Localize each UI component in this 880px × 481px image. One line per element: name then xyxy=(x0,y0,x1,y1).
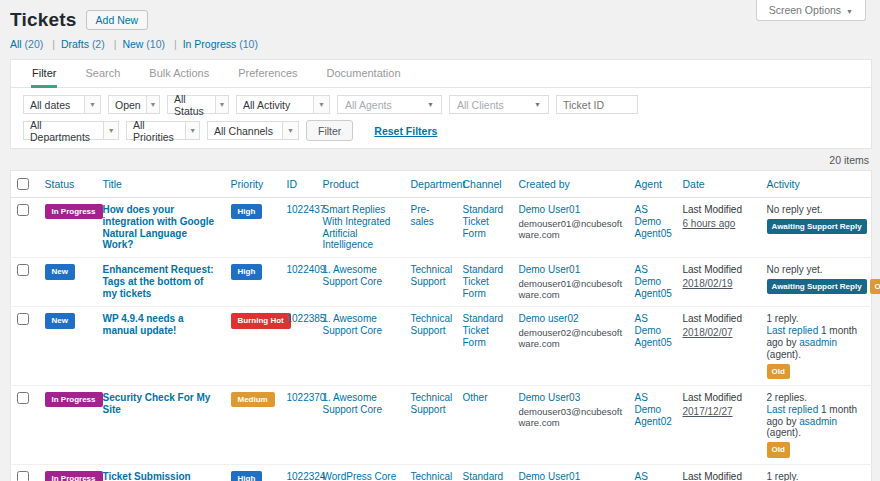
chevron-down-icon: ▼ xyxy=(313,96,329,113)
department-link[interactable]: Pre-sales xyxy=(411,204,434,227)
ticket-id-link[interactable]: 1022370 xyxy=(287,392,326,403)
department-link[interactable]: Technical Support xyxy=(411,264,453,287)
department-link[interactable]: Technical Support xyxy=(411,471,453,481)
activity-summary: No reply yet. xyxy=(767,204,866,216)
date-value-link[interactable]: 2017/12/27 xyxy=(683,406,733,418)
status-badge: In Progress xyxy=(45,392,103,407)
view-in-progress-link[interactable]: In Progress (10) xyxy=(183,38,258,50)
tab-search[interactable]: Search xyxy=(84,60,121,87)
agent-link[interactable]: AS Demo Agent05 xyxy=(635,204,672,239)
add-new-button[interactable]: Add New xyxy=(86,10,149,30)
row-checkbox[interactable] xyxy=(17,264,29,276)
product-link[interactable]: 1. Awesome Support Core xyxy=(323,392,382,415)
agent-link[interactable]: AS Demo Agent05 xyxy=(635,264,672,299)
tab-documentation[interactable]: Documentation xyxy=(326,60,402,87)
channel-link[interactable]: Standard Ticket Form xyxy=(463,264,504,299)
tab-bulk-actions[interactable]: Bulk Actions xyxy=(148,60,210,87)
screen-options-button[interactable]: Screen Options▼ xyxy=(756,0,866,21)
last-replied-link[interactable]: Last replied xyxy=(767,404,819,415)
ticket-id-link[interactable]: 1022437 xyxy=(287,204,326,215)
department-link[interactable]: Technical Support xyxy=(411,313,453,336)
departments-select[interactable]: All Departments▼ xyxy=(23,121,119,140)
agents-select[interactable]: All Agents▼ xyxy=(337,95,442,114)
ticket-id-link[interactable]: 1022324 xyxy=(287,471,326,481)
activity-summary: No reply yet. xyxy=(767,264,866,276)
chevron-down-icon: ▼ xyxy=(534,101,541,108)
created-by-link[interactable]: Demo User01 xyxy=(519,204,581,215)
clients-select[interactable]: All Clients▼ xyxy=(449,95,549,114)
header-created-by[interactable]: Created by xyxy=(519,178,570,190)
row-checkbox[interactable] xyxy=(17,392,29,404)
view-drafts-link[interactable]: Drafts (2) xyxy=(61,38,105,50)
priorities-select[interactable]: All Priorities▼ xyxy=(126,121,200,140)
product-link[interactable]: Smart Replies With Integrated Artificial… xyxy=(323,204,391,250)
old-badge: Old xyxy=(870,279,880,294)
department-link[interactable]: Technical Support xyxy=(411,392,453,415)
created-by-email: demouser03@ncubesoftware.com xyxy=(519,406,623,428)
row-checkbox[interactable] xyxy=(17,313,29,325)
date-value-link[interactable]: 6 hours ago xyxy=(683,218,736,230)
dates-select[interactable]: All dates▼ xyxy=(23,95,101,114)
awaiting-badge: Awaiting Support Reply xyxy=(767,219,867,234)
date-value-link[interactable]: 2018/02/19 xyxy=(683,278,733,290)
open-closed-select[interactable]: Open▼ xyxy=(108,95,160,114)
agent-link[interactable]: AS Demo Agent05 xyxy=(635,471,672,481)
filter-button[interactable]: Filter xyxy=(306,120,353,141)
channel-link[interactable]: Standard Ticket Form xyxy=(463,313,504,348)
priority-badge: High xyxy=(231,204,263,219)
date-label: Last Modified xyxy=(683,204,755,216)
activity-summary: 1 reply. xyxy=(767,471,866,481)
ticket-id-input[interactable] xyxy=(556,95,638,114)
chevron-down-icon: ▼ xyxy=(103,122,118,139)
date-value-link[interactable]: 2018/02/07 xyxy=(683,327,733,339)
ticket-title-link[interactable]: WP 4.9.4 needs a manual update! xyxy=(103,313,219,337)
channel-link[interactable]: Other xyxy=(463,392,488,403)
header-product[interactable]: Product xyxy=(323,178,359,190)
ticket-title-link[interactable]: Enhancement Request: Tags at the bottom … xyxy=(103,264,219,299)
activity-select[interactable]: All Activity▼ xyxy=(236,95,330,114)
view-new-link[interactable]: New (10) xyxy=(122,38,165,50)
created-by-link[interactable]: Demo User03 xyxy=(519,392,581,403)
created-by-link[interactable]: Demo user02 xyxy=(519,313,579,324)
header-priority[interactable]: Priority xyxy=(231,178,264,190)
reset-filters-link[interactable]: Reset Filters xyxy=(374,125,437,137)
status-select[interactable]: All Status▼ xyxy=(167,95,229,114)
awaiting-badge: Awaiting Support Reply xyxy=(767,279,867,294)
header-agent[interactable]: Agent xyxy=(635,178,662,190)
header-status[interactable]: Status xyxy=(45,178,75,190)
product-link[interactable]: WordPress Core xyxy=(323,471,397,481)
agent-link[interactable]: AS Demo Agent05 xyxy=(635,313,672,348)
view-all-link[interactable]: All (20) xyxy=(10,38,43,50)
header-activity[interactable]: Activity xyxy=(767,178,800,190)
last-replied-link[interactable]: Last replied xyxy=(767,325,819,336)
replied-agent-link[interactable]: asadmin xyxy=(799,337,837,348)
filters-area: All dates▼ Open▼ All Status▼ All Activit… xyxy=(11,88,871,148)
ticket-title-link[interactable]: How does your integration with Google Na… xyxy=(103,204,219,251)
header-id[interactable]: ID xyxy=(287,178,298,190)
channel-link[interactable]: Standard Ticket Form xyxy=(463,471,504,481)
ticket-id-link[interactable]: 1022409 xyxy=(287,264,326,275)
header-title[interactable]: Title xyxy=(103,178,122,190)
created-by-link[interactable]: Demo User01 xyxy=(519,264,581,275)
header-department[interactable]: Department xyxy=(411,178,466,190)
tickets-tbody: In Progress How does your integration wi… xyxy=(11,198,872,481)
tab-preferences[interactable]: Preferences xyxy=(237,60,298,87)
channels-select[interactable]: All Channels▼ xyxy=(207,121,299,140)
header-date[interactable]: Date xyxy=(683,178,705,190)
header-channel[interactable]: Channel xyxy=(463,178,502,190)
channel-link[interactable]: Standard Ticket Form xyxy=(463,204,504,239)
product-link[interactable]: 1. Awesome Support Core xyxy=(323,313,382,336)
created-by-link[interactable]: Demo User01 xyxy=(519,471,581,481)
select-all-checkbox[interactable] xyxy=(17,178,29,190)
row-checkbox[interactable] xyxy=(17,471,29,481)
agent-link[interactable]: AS Demo Agent02 xyxy=(635,392,672,427)
product-link[interactable]: 1. Awesome Support Core xyxy=(323,264,382,287)
replied-agent-link[interactable]: asadmin xyxy=(799,416,837,427)
ticket-title-link[interactable]: Ticket Submission Check after upgrade to… xyxy=(103,471,219,481)
old-badge: Old xyxy=(767,364,790,379)
ticket-id-link[interactable]: 1022385 xyxy=(287,313,326,324)
ticket-title-link[interactable]: Security Check For My Site xyxy=(103,392,219,416)
tab-filter[interactable]: Filter xyxy=(31,60,57,88)
date-label: Last Modified xyxy=(683,392,755,404)
row-checkbox[interactable] xyxy=(17,204,29,216)
